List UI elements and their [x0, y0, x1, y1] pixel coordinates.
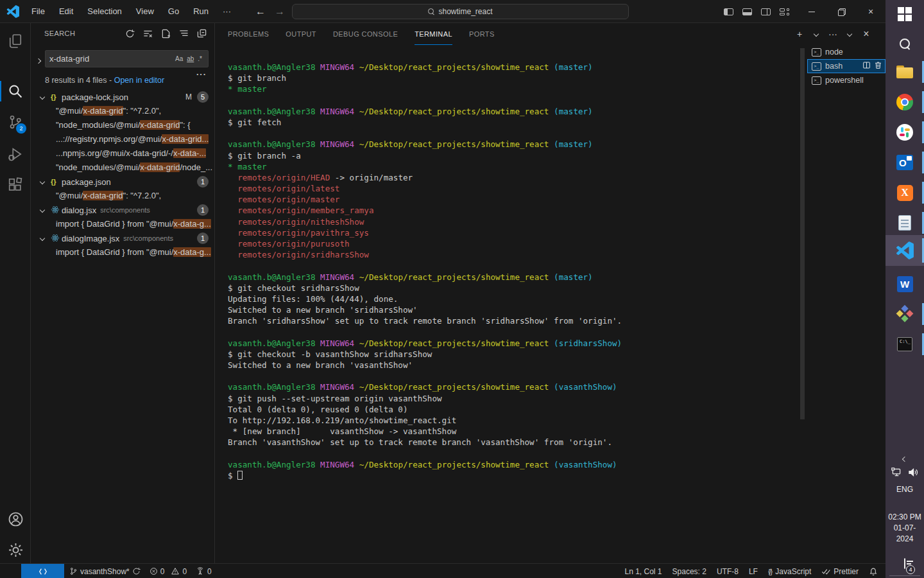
explorer-icon[interactable] — [0, 28, 31, 54]
command-center[interactable]: showtime_react — [292, 4, 629, 19]
action-center-icon[interactable]: 4 — [897, 559, 912, 572]
file-explorer-icon[interactable] — [886, 58, 924, 86]
new-terminal-button[interactable]: + — [794, 29, 805, 39]
notepad-icon[interactable] — [886, 209, 924, 237]
volume-icon[interactable] — [908, 468, 919, 477]
open-in-editor-link[interactable]: Open in editor — [114, 76, 165, 85]
terminal-line: vasanth.b@Angler38 MINGW64 ~/Desktop/rea… — [228, 106, 799, 117]
customize-layout-icon[interactable] — [780, 8, 789, 15]
menu-file[interactable]: File — [26, 4, 51, 19]
formatter-item[interactable]: Prettier — [821, 567, 859, 576]
terminal-profile-chevron[interactable] — [811, 29, 821, 39]
nav-forward-button[interactable]: → — [275, 6, 285, 17]
search-match-row[interactable]: import { DataGrid } from "@mui/x-data-g.… — [31, 245, 215, 259]
panel-maximize-chevron[interactable] — [844, 29, 855, 39]
search-file-row[interactable]: dialog.jsxsrc\components1 — [31, 203, 215, 217]
clock[interactable]: 02:30 PM 01-07-2024 — [886, 512, 924, 545]
terminal-instance-powershell[interactable]: >_powershell — [807, 73, 886, 87]
notifications-bell-icon[interactable] — [869, 567, 878, 576]
search-icon — [899, 38, 911, 49]
start-button[interactable] — [886, 0, 924, 28]
network-icon[interactable] — [891, 468, 902, 477]
search-match-row[interactable]: import { DataGrid } from "@mui/x-data-g.… — [31, 217, 215, 231]
terminal-instance-label: powershell — [825, 76, 882, 85]
expand-all-icon[interactable] — [177, 27, 190, 40]
search-match-row[interactable]: "node_modules/@mui/x-data-grid/node_... — [31, 161, 215, 175]
panel-tab-problems[interactable]: PROBLEMS — [228, 23, 269, 45]
minimize-button[interactable] — [797, 0, 826, 23]
menu-···[interactable]: ··· — [217, 4, 237, 19]
search-file-row[interactable]: {}package-lock.jsonM5 — [31, 90, 215, 104]
taskbar-search-button[interactable] — [886, 30, 924, 58]
search-file-row[interactable]: {}package.json1 — [31, 175, 215, 189]
refresh-icon[interactable] — [123, 27, 136, 40]
remote-indicator[interactable] — [21, 564, 64, 578]
accounts-icon[interactable] — [0, 506, 31, 532]
language-indicator[interactable]: ENG — [886, 485, 924, 494]
ports-item[interactable]: 0 — [196, 567, 212, 576]
toggle-panel-icon[interactable] — [742, 8, 752, 15]
xampp-icon[interactable]: X — [886, 179, 924, 207]
source-control-icon[interactable]: 2 — [0, 109, 31, 135]
regex-icon[interactable]: .* — [196, 55, 204, 63]
pinwheel-app-icon[interactable] — [886, 300, 924, 328]
match-case-icon[interactable]: Aa — [173, 55, 185, 63]
panel-more-actions[interactable]: ··· — [828, 29, 838, 39]
nav-back-button[interactable]: ← — [255, 6, 266, 17]
menu-selection[interactable]: Selection — [81, 4, 127, 19]
collapse-all-icon[interactable] — [195, 27, 208, 40]
panel-close-button[interactable]: × — [861, 29, 871, 39]
kill-terminal-icon[interactable] — [874, 61, 882, 71]
panel-tab-output[interactable]: OUTPUT — [286, 23, 316, 45]
terminal-output[interactable]: vasanth.b@Angler38 MINGW64 ~/Desktop/rea… — [228, 62, 799, 481]
terminal-scrollbar[interactable] — [800, 48, 805, 419]
search-match-row[interactable]: "@mui/x-data-grid": "^7.2.0", — [31, 189, 215, 203]
search-match-row[interactable]: "@mui/x-data-grid": "^7.2.0", — [31, 104, 215, 118]
menu-run[interactable]: Run — [187, 4, 214, 19]
search-file-row[interactable]: dialogImage.jsxsrc\components1 — [31, 231, 215, 245]
outlook-icon[interactable]: O — [886, 148, 924, 177]
toggle-primary-sidebar-icon[interactable] — [724, 8, 733, 15]
search-match-row[interactable]: ...npmjs.org/@mui/x-data-grid/-/x-data-.… — [31, 146, 215, 161]
terminal-instance-node[interactable]: >_node — [807, 45, 886, 59]
panel-tab-ports[interactable]: PORTS — [469, 23, 495, 45]
clear-search-results-icon[interactable] — [141, 27, 154, 40]
search-more-actions[interactable]: ··· — [196, 69, 207, 79]
open-new-search-editor-icon[interactable] — [159, 27, 172, 40]
run-debug-icon[interactable] — [0, 141, 31, 167]
split-terminal-icon[interactable] — [862, 61, 871, 71]
chrome-icon[interactable] — [886, 88, 924, 116]
command-prompt-icon[interactable]: C:\_ — [886, 330, 924, 358]
menu-go[interactable]: Go — [162, 4, 185, 19]
eol-item[interactable]: LF — [749, 567, 758, 576]
settings-gear-icon[interactable] — [0, 537, 31, 563]
search-input[interactable]: x-data-grid Aa ab .* — [45, 50, 209, 67]
toggle-secondary-sidebar-icon[interactable] — [761, 8, 771, 15]
extensions-icon[interactable] — [0, 172, 31, 198]
slack-icon[interactable] — [886, 118, 924, 146]
search-match-row[interactable]: "node_modules/@mui/x-data-grid": { — [31, 118, 215, 132]
file-name: package-lock.json — [62, 92, 128, 102]
search-view-icon[interactable] — [0, 78, 31, 104]
whole-word-icon[interactable]: ab — [185, 55, 196, 63]
tray-expand-chevron[interactable] — [902, 453, 907, 459]
problems-item[interactable]: 0 0 — [150, 567, 187, 576]
panel-tab-terminal[interactable]: TERMINAL — [415, 23, 452, 45]
panel-tab-debug-console[interactable]: DEBUG CONSOLE — [333, 23, 398, 45]
menu-edit[interactable]: Edit — [53, 4, 79, 19]
toggle-replace-chevron[interactable] — [34, 53, 43, 69]
show-desktop-button[interactable] — [889, 575, 920, 576]
cursor-position-item[interactable]: Ln 1, Col 1 — [624, 567, 662, 576]
language-mode-item[interactable]: {̸}JavaScript — [768, 567, 811, 576]
indentation-item[interactable]: Spaces: 2 — [672, 567, 706, 576]
branch-item[interactable]: vasanthShow* — [69, 567, 141, 576]
windows-logo-icon — [898, 7, 912, 21]
search-match-row[interactable]: ...://registry.npmjs.org/@mui/x-data-gri… — [31, 132, 215, 146]
encoding-item[interactable]: UTF-8 — [717, 567, 739, 576]
terminal-instance-bash[interactable]: >_bash — [807, 59, 886, 73]
vscode-taskbar-icon[interactable] — [886, 235, 924, 266]
menu-view[interactable]: View — [130, 4, 160, 19]
restore-button[interactable] — [826, 0, 856, 23]
word-icon[interactable]: W — [886, 270, 924, 298]
close-button[interactable]: × — [856, 0, 886, 23]
